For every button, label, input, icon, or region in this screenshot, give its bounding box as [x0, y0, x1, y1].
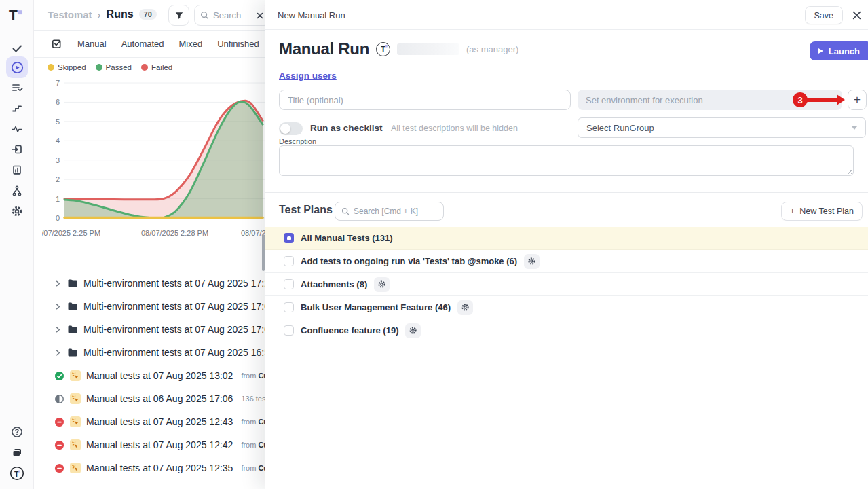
run-title[interactable]: Multi-environment tests at 07 Aug 2025 1… — [83, 324, 275, 335]
run-row[interactable]: Manual tests at 07 Aug 2025 12:42fromCus… — [34, 433, 265, 456]
account-logo-icon[interactable]: T — [6, 463, 28, 484]
plan-label[interactable]: Add tests to ongoing run via 'Tests' tab… — [301, 256, 517, 266]
run-as-checklist-label: Run as checklist — [310, 123, 383, 133]
tab-unfinished[interactable]: Unfinished — [217, 39, 259, 49]
run-row[interactable]: Manual tests at 07 Aug 2025 12:43fromCus… — [34, 410, 265, 433]
plan-label[interactable]: All Manual Tests (131) — [301, 233, 393, 243]
run-title[interactable]: Multi-environment tests at 07 Aug 2025 1… — [83, 278, 275, 289]
as-manager-label: (as manager) — [466, 44, 518, 54]
sidebar-item-plans-list-check-icon[interactable] — [6, 77, 28, 98]
filter-button[interactable] — [168, 5, 189, 26]
run-as-checklist-hint: All test descriptions will be hidden — [391, 124, 518, 133]
close-icon — [852, 11, 861, 20]
panel-scrollbar[interactable] — [262, 234, 265, 271]
tab-automated[interactable]: Automated — [121, 39, 164, 49]
plan-checkbox[interactable] — [284, 233, 294, 243]
test-plan-row[interactable]: Confluence feature (19) — [265, 319, 868, 342]
svg-text:5: 5 — [56, 117, 60, 126]
add-environment-button[interactable]: + — [848, 90, 867, 110]
expand-chevron-icon[interactable] — [54, 326, 62, 333]
run-title[interactable]: Multi-environment tests at 07 Aug 2025 1… — [83, 347, 275, 358]
assign-users-link[interactable]: Assign users — [279, 71, 337, 81]
expand-chevron-icon[interactable] — [54, 349, 62, 357]
folder-icon — [67, 347, 78, 358]
run-title[interactable]: Multi-environment tests at 07 Aug 2025 1… — [83, 301, 275, 312]
plan-settings-gear-icon[interactable] — [374, 277, 390, 292]
test-plans-search-input[interactable]: Search [Cmd + K] — [335, 202, 444, 221]
run-row[interactable]: Multi-environment tests at 07 Aug 2025 1… — [34, 272, 265, 295]
plan-checkbox[interactable] — [284, 302, 294, 312]
runs-tabs: Manual Automated Mixed Unfinished — [34, 31, 265, 58]
run-row[interactable]: Manual tests at 07 Aug 2025 12:35fromCus… — [34, 456, 265, 479]
save-button[interactable]: Save — [805, 6, 844, 24]
run-row[interactable]: Multi-environment tests at 07 Aug 2025 1… — [34, 341, 265, 364]
breadcrumb-project[interactable]: Testomat — [48, 9, 92, 20]
manager-name-redacted — [397, 43, 459, 55]
plan-checkbox[interactable] — [284, 325, 294, 336]
description-textarea[interactable] — [279, 145, 854, 176]
legend-item-failed[interactable]: Failed — [141, 63, 172, 71]
run-title-input[interactable] — [279, 90, 571, 110]
new-manual-run-panel: New Manual Run Save Manual Run T■ (as ma… — [265, 0, 868, 489]
plan-label[interactable]: Bulk User Management Feature (46) — [301, 302, 451, 312]
app-logo[interactable]: T■ — [9, 7, 22, 23]
legend-dot — [96, 64, 102, 71]
run-title[interactable]: Manual tests at 07 Aug 2025 13:02 — [86, 370, 233, 381]
close-panel-button[interactable] — [850, 9, 863, 21]
plan-checkbox[interactable] — [284, 279, 294, 289]
run-title[interactable]: Manual tests at 07 Aug 2025 12:43 — [86, 416, 233, 427]
sidebar-item-pulse-icon[interactable] — [6, 118, 28, 140]
sidebar-item-import-icon[interactable] — [6, 139, 28, 160]
section-divider — [265, 192, 868, 193]
tab-mixed[interactable]: Mixed — [179, 39, 203, 49]
test-plan-row[interactable]: All Manual Tests (131) — [265, 227, 868, 250]
sidebar-item-runs-play-icon[interactable] — [6, 56, 28, 78]
manager-avatar: T■ — [376, 42, 390, 56]
legend-item-passed[interactable]: Passed — [96, 63, 132, 71]
status-failed-icon — [54, 416, 64, 427]
runs-search-input[interactable]: Search — [194, 5, 270, 26]
breadcrumb-runs[interactable]: Runs — [107, 8, 134, 20]
tab-manual[interactable]: Manual — [77, 39, 107, 49]
run-row[interactable]: Manual tests at 07 Aug 2025 13:02fromCus… — [34, 364, 265, 387]
launch-button[interactable]: Launch — [810, 41, 868, 60]
x-axis-tick-2: 08/07/2025 2:28 PM — [141, 229, 208, 237]
folder-icon — [67, 278, 78, 289]
chart-legend: SkippedPassedFailed — [48, 63, 172, 71]
sidebar-item-settings-gear-icon[interactable] — [6, 200, 28, 222]
test-plan-row[interactable]: Bulk User Management Feature (46) — [265, 296, 868, 319]
run-row[interactable]: Multi-environment tests at 07 Aug 2025 1… — [34, 318, 265, 341]
help-icon[interactable] — [6, 421, 28, 443]
run-as-checklist-toggle[interactable] — [279, 122, 303, 135]
rungroup-select[interactable]: Select RunGroup — [578, 117, 866, 138]
test-plan-row[interactable]: Add tests to ongoing run via 'Tests' tab… — [265, 250, 868, 273]
sidebar-item-milestones-steps-icon[interactable] — [6, 97, 28, 119]
plan-label[interactable]: Attachments (8) — [301, 279, 367, 289]
expand-chevron-icon[interactable] — [54, 303, 62, 310]
runs-topbar: Testomat › Runs 70 Search — [34, 0, 265, 31]
plan-label[interactable]: Confluence feature (19) — [301, 325, 398, 336]
run-title[interactable]: Manual tests at 07 Aug 2025 12:35 — [86, 463, 233, 473]
plan-settings-gear-icon[interactable] — [405, 323, 421, 338]
status-passed-icon — [54, 370, 64, 381]
plan-settings-gear-icon[interactable] — [457, 300, 473, 315]
run-title[interactable]: Manual tests at 07 Aug 2025 12:42 — [86, 439, 233, 450]
plan-settings-gear-icon[interactable] — [524, 254, 540, 269]
annotation-step-badge: 3 — [793, 92, 808, 107]
sidebar-item-branch-icon[interactable] — [6, 180, 28, 202]
clear-search-icon[interactable] — [256, 12, 264, 20]
run-row[interactable]: Manual tests at 06 Aug 2025 17:06136 tes… — [34, 387, 265, 410]
run-row[interactable]: Multi-environment tests at 07 Aug 2025 1… — [34, 295, 265, 318]
manual-run-icon — [70, 416, 81, 427]
plan-checkbox[interactable] — [284, 256, 294, 266]
expand-chevron-icon[interactable] — [54, 280, 62, 287]
folder-icon — [67, 301, 78, 312]
projects-folders-icon[interactable] — [6, 441, 28, 463]
run-title[interactable]: Manual tests at 06 Aug 2025 17:06 — [86, 393, 233, 404]
svg-text:4: 4 — [56, 137, 60, 145]
sidebar-item-reports-chart-icon[interactable] — [6, 159, 28, 181]
legend-item-skipped[interactable]: Skipped — [48, 63, 86, 71]
select-all-icon[interactable] — [51, 38, 62, 50]
new-test-plan-button[interactable]: + New Test Plan — [781, 202, 863, 221]
test-plan-row[interactable]: Attachments (8) — [265, 273, 868, 296]
